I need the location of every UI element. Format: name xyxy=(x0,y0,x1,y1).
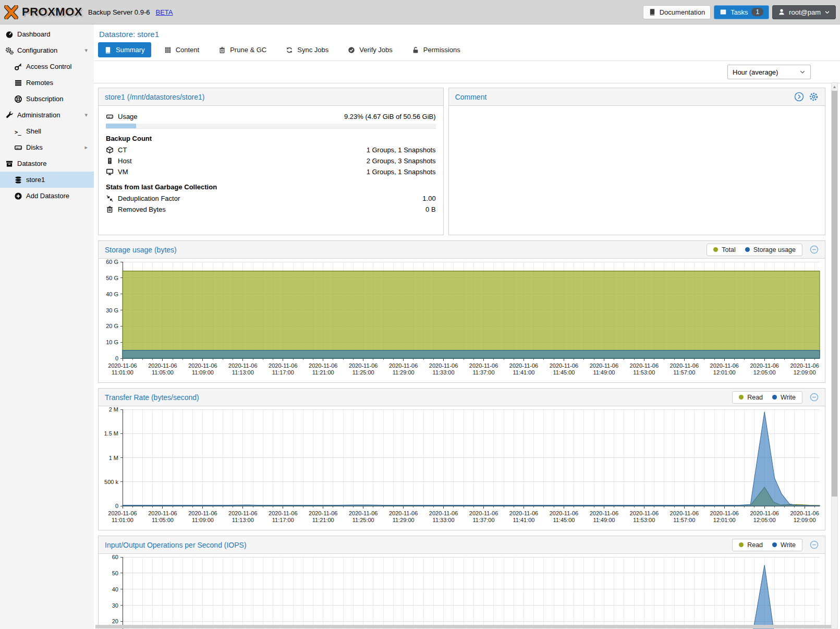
svg-text:2020-11-06: 2020-11-06 xyxy=(630,362,659,369)
sidebar-item[interactable]: Administration ▾ xyxy=(0,107,94,123)
svg-text:11:21:00: 11:21:00 xyxy=(312,517,334,523)
svg-text:2020-11-06: 2020-11-06 xyxy=(188,510,217,516)
svg-text:2020-11-06: 2020-11-06 xyxy=(108,362,137,369)
svg-text:2020-11-06: 2020-11-06 xyxy=(309,510,337,516)
gear-outline-icon[interactable] xyxy=(809,92,819,102)
svg-text:2020-11-06: 2020-11-06 xyxy=(389,362,418,369)
svg-text:11:41:00: 11:41:00 xyxy=(513,369,534,376)
svg-text:2020-11-06: 2020-11-06 xyxy=(550,362,578,369)
tab[interactable]: Prune & GC xyxy=(212,42,273,57)
proxmox-logo-icon xyxy=(4,5,18,19)
tab[interactable]: Summary xyxy=(98,42,151,57)
user-menu-button[interactable]: root@pam xyxy=(772,5,836,19)
key-icon xyxy=(14,63,22,71)
chevron-down-icon xyxy=(824,9,830,15)
transfer-rate-panel: Transfer Rate (bytes/second) Read Write … xyxy=(98,388,825,530)
minus-circle-icon[interactable] xyxy=(810,540,819,549)
svg-text:40: 40 xyxy=(112,586,118,592)
legend-dot xyxy=(739,542,744,547)
vertical-scrollbar[interactable]: ▲ xyxy=(831,82,838,629)
store-summary-panel: store1 (/mnt/datastores/store1) Usage 9.… xyxy=(98,88,444,235)
svg-text:20 G: 20 G xyxy=(106,323,118,329)
tab[interactable]: Content xyxy=(158,42,206,57)
legend-dot xyxy=(713,247,718,252)
iops-panel: Input/Output Operations per Second (IOPS… xyxy=(98,536,825,629)
svg-text:50 G: 50 G xyxy=(106,275,118,281)
user-icon xyxy=(778,8,785,16)
svg-text:2020-11-06: 2020-11-06 xyxy=(790,510,819,516)
desktop-icon xyxy=(106,168,114,176)
svg-text:11:57:00: 11:57:00 xyxy=(673,369,695,376)
scrollbar-thumb[interactable] xyxy=(832,91,837,497)
hdd-icon xyxy=(106,113,114,120)
svg-text:1 M: 1 M xyxy=(109,455,118,461)
tab[interactable]: Permissions xyxy=(406,42,467,57)
brand-name: PROXMOX xyxy=(22,5,82,19)
svg-text:12:09:00: 12:09:00 xyxy=(794,369,816,376)
svg-text:2020-11-06: 2020-11-06 xyxy=(590,362,618,369)
expander-arrow[interactable]: ▸ xyxy=(84,144,88,151)
sidebar-item[interactable]: Configuration ▾ xyxy=(0,42,94,58)
storage-usage-chart: 010 G20 G30 G40 G50 G60 G2020-11-0611:01… xyxy=(99,259,825,382)
cube-icon xyxy=(106,146,114,154)
svg-text:11:21:00: 11:21:00 xyxy=(312,369,334,376)
range-select[interactable]: Hour (average) xyxy=(727,65,811,79)
book-icon xyxy=(649,8,656,16)
sidebar-item[interactable]: Disks ▸ xyxy=(0,139,94,155)
trash-icon xyxy=(218,46,226,54)
grid-icon xyxy=(164,46,172,54)
svg-text:11:37:00: 11:37:00 xyxy=(473,517,495,523)
svg-text:2020-11-06: 2020-11-06 xyxy=(349,510,378,516)
tasks-button[interactable]: Tasks 1 xyxy=(714,5,769,19)
legend-item[interactable]: Read xyxy=(739,394,763,401)
svg-text:500 k: 500 k xyxy=(104,479,118,485)
expander-arrow[interactable]: ▾ xyxy=(84,47,88,54)
sidebar-item[interactable]: Datastore xyxy=(0,155,94,172)
svg-text:2020-11-06: 2020-11-06 xyxy=(469,362,498,369)
svg-text:2020-11-06: 2020-11-06 xyxy=(710,362,739,369)
scroll-up-arrow[interactable]: ▲ xyxy=(832,83,837,90)
sidebar-item[interactable]: Dashboard xyxy=(0,26,94,42)
lifering-icon xyxy=(14,95,22,103)
database-icon xyxy=(14,176,22,184)
minus-circle-icon[interactable] xyxy=(810,393,819,402)
legend-item[interactable]: Write xyxy=(772,394,796,401)
circle-arrow-right-icon[interactable] xyxy=(794,92,804,102)
beta-link[interactable]: BETA xyxy=(155,8,173,16)
svg-text:2020-11-06: 2020-11-06 xyxy=(509,362,538,369)
gc-row: Deduplication Factor 1.00 xyxy=(106,193,436,204)
compress-icon xyxy=(106,195,114,202)
tab[interactable]: Sync Jobs xyxy=(279,42,335,57)
svg-text:12:05:00: 12:05:00 xyxy=(753,517,776,523)
svg-text:11:05:00: 11:05:00 xyxy=(152,517,174,523)
sidebar-item[interactable]: Add Datastore xyxy=(0,188,94,204)
svg-text:2020-11-06: 2020-11-06 xyxy=(188,362,217,369)
usage-value: 9.23% (4.67 GiB of 50.56 GiB) xyxy=(344,113,436,120)
sidebar-item[interactable]: store1 xyxy=(0,172,94,188)
trash-icon xyxy=(106,205,114,213)
comment-panel: Comment xyxy=(448,88,825,235)
sidebar-item[interactable]: Access Control xyxy=(0,58,94,75)
legend-item[interactable]: Storage usage xyxy=(745,246,796,253)
legend-item[interactable]: Total xyxy=(713,246,735,253)
building-icon xyxy=(106,157,114,165)
sidebar-item[interactable]: >_ Shell xyxy=(0,123,94,139)
sidebar-item[interactable]: Remotes xyxy=(0,75,94,91)
minus-circle-icon[interactable] xyxy=(810,245,819,254)
svg-text:11:25:00: 11:25:00 xyxy=(352,369,374,376)
documentation-button[interactable]: Documentation xyxy=(643,5,711,19)
horizontal-scrollbar[interactable] xyxy=(95,625,831,628)
chevron-down-icon xyxy=(799,69,806,75)
backup-count-header: Backup Count xyxy=(106,135,436,142)
svg-text:11:13:00: 11:13:00 xyxy=(232,369,254,376)
comment-body[interactable] xyxy=(449,106,825,116)
expander-arrow[interactable]: ▾ xyxy=(84,112,88,118)
legend-item[interactable]: Read xyxy=(739,541,763,549)
legend-item[interactable]: Write xyxy=(772,541,796,549)
tab[interactable]: Verify Jobs xyxy=(342,42,399,57)
svg-text:60 G: 60 G xyxy=(106,259,118,265)
count-row: CT 1 Groups, 1 Snapshots xyxy=(106,144,436,155)
svg-text:11:29:00: 11:29:00 xyxy=(393,517,415,523)
sidebar-item[interactable]: Subscription xyxy=(0,91,94,107)
transfer-rate-chart: 0500 k1 M1.5 M2 M2020-11-0611:01:002020-… xyxy=(99,406,825,530)
